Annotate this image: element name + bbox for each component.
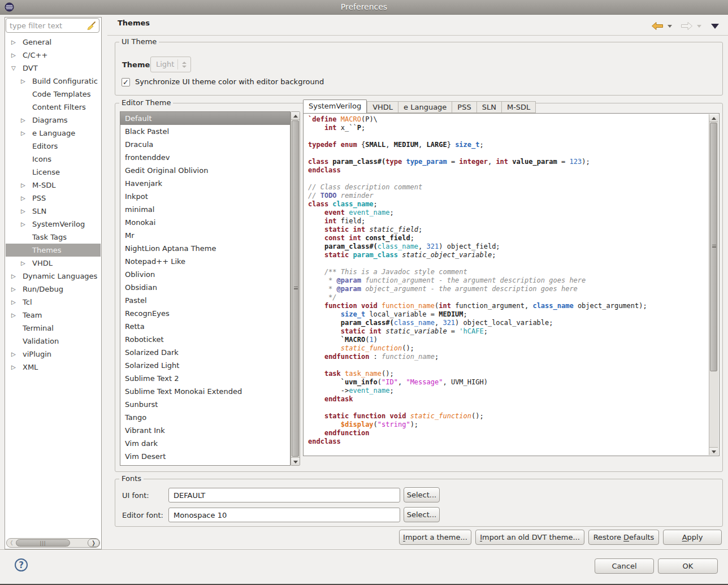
sidebar-horizontal-scrollbar[interactable]: ❬ ||| ❭	[6, 538, 100, 548]
tree-item-m-sdl[interactable]: ▷M-SDL	[6, 179, 101, 192]
scroll-up-icon[interactable]	[709, 114, 718, 122]
expand-arrow-icon[interactable]: ▷	[11, 348, 16, 361]
tree-item-code-templates[interactable]: Code Templates	[6, 88, 101, 101]
tree-item-terminal[interactable]: Terminal	[6, 322, 101, 335]
expand-arrow-icon[interactable]: ▷	[21, 127, 25, 140]
scroll-down-icon[interactable]	[291, 457, 300, 465]
tree-item-viplugin[interactable]: ▷viPlugin	[6, 348, 101, 361]
tree-item-validation[interactable]: Validation	[6, 335, 101, 348]
tree-item-team[interactable]: ▷Team	[6, 309, 101, 322]
theme-list-item-recogneyes[interactable]: RecognEyes	[120, 307, 290, 320]
expand-arrow-icon[interactable]: ▷	[21, 257, 25, 270]
code-preview-scrollbar[interactable]	[709, 114, 718, 455]
apply-button[interactable]: Apply	[663, 530, 722, 545]
expand-arrow-icon[interactable]: ▷	[11, 309, 16, 322]
back-arrow-icon[interactable]	[651, 21, 664, 31]
theme-list-item-oblivion[interactable]: Oblivion	[120, 268, 290, 281]
theme-list-item-default[interactable]: Default	[120, 112, 290, 125]
scrollbar-thumb[interactable]	[292, 120, 299, 457]
expand-arrow-icon[interactable]: ▷	[21, 218, 25, 231]
tree-item-e-language[interactable]: ▷e Language	[6, 127, 101, 140]
theme-list-item-havenjark[interactable]: Havenjark	[120, 177, 290, 190]
collapse-arrow-icon[interactable]: ▽	[11, 62, 16, 75]
expand-arrow-icon[interactable]: ▷	[21, 205, 25, 218]
theme-list-item-sublime-text-2[interactable]: Sublime Text 2	[120, 372, 290, 385]
tree-item-themes[interactable]: Themes	[6, 244, 101, 257]
tab-m-sdl[interactable]: M-SDL	[502, 101, 536, 113]
editor-font-select-button[interactable]: Select...	[404, 507, 440, 522]
theme-list-item-nightlion-aptana-theme[interactable]: NightLion Aptana Theme	[120, 242, 290, 255]
tree-item-editors[interactable]: Editors	[6, 140, 101, 153]
forward-history-chevron-icon[interactable]	[697, 25, 701, 28]
expand-arrow-icon[interactable]: ▷	[21, 192, 25, 205]
titlebar[interactable]: Preferences	[0, 0, 728, 15]
theme-list-item-tango[interactable]: Tango	[120, 411, 290, 424]
tree-item-icons[interactable]: Icons	[6, 153, 101, 166]
ui-font-select-button[interactable]: Select...	[404, 487, 440, 502]
import-old-dvt-theme-button[interactable]: Import an old DVT theme...	[475, 530, 584, 545]
scroll-down-icon[interactable]	[709, 447, 718, 455]
cancel-button[interactable]: Cancel	[595, 558, 654, 574]
restore-defaults-button[interactable]: Restore Defaults	[588, 530, 659, 545]
theme-list-item-pastel[interactable]: Pastel	[120, 294, 290, 307]
scrollbar-thumb[interactable]	[710, 123, 717, 371]
tree-item-systemverilog[interactable]: ▷SystemVerilog	[6, 218, 101, 231]
ok-button[interactable]: OK	[658, 558, 718, 574]
theme-list-item-roboticket[interactable]: Roboticket	[120, 333, 290, 346]
tab-systemverilog[interactable]: SystemVerilog	[303, 99, 367, 113]
forward-arrow-icon[interactable]	[681, 21, 693, 31]
scroll-left-icon[interactable]: ❬	[8, 540, 15, 546]
tree-item-dvt[interactable]: ▽DVT	[6, 62, 101, 75]
tree-item-task-tags[interactable]: Task Tags	[6, 231, 101, 244]
ui-font-input[interactable]	[168, 488, 400, 502]
theme-list-item-sublime-text-monokai-extended[interactable]: Sublime Text Monokai Extended	[120, 385, 290, 398]
filter-input[interactable]	[10, 20, 83, 31]
expand-arrow-icon[interactable]: ▷	[21, 179, 25, 192]
tab-sln[interactable]: SLN	[477, 101, 502, 113]
theme-list-item-solarized-dark[interactable]: Solarized Dark	[120, 346, 290, 359]
theme-list-item-vim-dark[interactable]: Vim dark	[120, 437, 290, 450]
theme-list-item-obsidian[interactable]: Obsidian	[120, 281, 290, 294]
tab-pss[interactable]: PSS	[452, 101, 476, 113]
tree-item-sln[interactable]: ▷SLN	[6, 205, 101, 218]
expand-arrow-icon[interactable]: ▷	[21, 114, 25, 127]
sync-theme-checkbox[interactable]: ✓	[122, 78, 130, 86]
tree-item-vhdl[interactable]: ▷VHDL	[6, 257, 101, 270]
expand-arrow-icon[interactable]: ▷	[11, 283, 16, 296]
theme-list-item-dracula[interactable]: Dracula	[120, 138, 290, 151]
tree-item-diagrams[interactable]: ▷Diagrams	[6, 114, 101, 127]
tree-item-run-debug[interactable]: ▷Run/Debug	[6, 283, 101, 296]
tree-item-general[interactable]: ▷General	[6, 36, 101, 49]
tree-item-tcl[interactable]: ▷Tcl	[6, 296, 101, 309]
help-button[interactable]: ?	[15, 558, 28, 571]
theme-list-item-sunburst[interactable]: Sunburst	[120, 398, 290, 411]
tree-item-build-configuratic[interactable]: ▷Build Configuratic	[6, 75, 101, 88]
editor-font-input[interactable]	[168, 508, 400, 522]
clear-filter-icon[interactable]	[86, 21, 96, 31]
view-menu-icon[interactable]	[711, 24, 719, 29]
back-history-chevron-icon[interactable]	[668, 25, 672, 28]
expand-arrow-icon[interactable]: ▷	[11, 270, 16, 283]
tree-item-license[interactable]: License	[6, 166, 101, 179]
theme-list-item-vim-desert[interactable]: Vim Desert	[120, 450, 290, 463]
theme-select[interactable]: Light	[150, 57, 191, 72]
tree-item-c-c[interactable]: ▷C/C++	[6, 49, 101, 62]
expand-arrow-icon[interactable]: ▷	[11, 36, 16, 49]
theme-list-item-monokai[interactable]: Monokai	[120, 216, 290, 229]
expand-arrow-icon[interactable]: ▷	[21, 75, 25, 88]
expand-arrow-icon[interactable]: ▷	[11, 361, 16, 374]
theme-list-item-inkpot[interactable]: Inkpot	[120, 190, 290, 203]
tab-vhdl[interactable]: VHDL	[367, 101, 398, 113]
theme-list-scrollbar[interactable]	[291, 111, 300, 466]
theme-list-item-gedit-original-oblivion[interactable]: Gedit Original Oblivion	[120, 164, 290, 177]
expand-arrow-icon[interactable]: ▷	[11, 296, 16, 309]
theme-list-item-minimal[interactable]: minimal	[120, 203, 290, 216]
scrollbar-thumb[interactable]: |||	[16, 539, 70, 547]
expand-arrow-icon[interactable]: ▷	[11, 49, 16, 62]
theme-list-item-frontenddev[interactable]: frontenddev	[120, 151, 290, 164]
tree-item-pss[interactable]: ▷PSS	[6, 192, 101, 205]
sync-theme-checkbox-label[interactable]: Synchronize UI theme color with editor b…	[135, 77, 324, 86]
import-theme-button[interactable]: Import a theme...	[399, 530, 471, 545]
theme-list-item-solarized-light[interactable]: Solarized Light	[120, 359, 290, 372]
theme-list-item-mr[interactable]: Mr	[120, 229, 290, 242]
